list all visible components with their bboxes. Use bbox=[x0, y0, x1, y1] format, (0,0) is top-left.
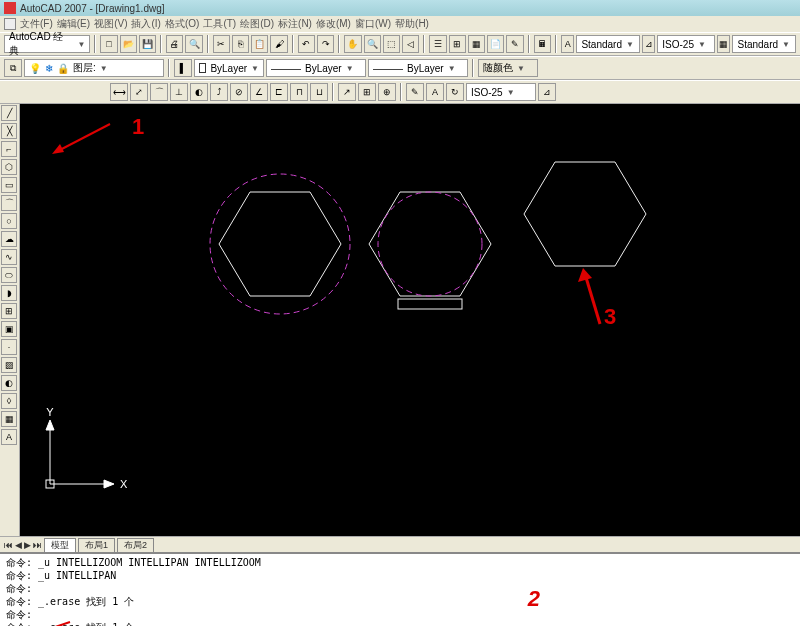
menu-edit[interactable]: 编辑(E) bbox=[57, 17, 90, 31]
calc-button[interactable]: 🖩 bbox=[534, 35, 551, 53]
make-block-tool[interactable]: ▣ bbox=[1, 321, 17, 337]
text-style-icon[interactable]: A bbox=[561, 35, 574, 53]
svg-line-5 bbox=[56, 124, 110, 152]
hatch-tool[interactable]: ▨ bbox=[1, 357, 17, 373]
tab-next[interactable]: ▶ bbox=[24, 540, 31, 550]
markup-button[interactable]: ✎ bbox=[506, 35, 523, 53]
new-button[interactable]: □ bbox=[100, 35, 117, 53]
xline-tool[interactable]: ╳ bbox=[1, 123, 17, 139]
dim-angular-button[interactable]: ∠ bbox=[250, 83, 268, 101]
linetype-combo[interactable]: ———ByLayer▼ bbox=[266, 59, 366, 77]
properties-button[interactable]: ☰ bbox=[429, 35, 446, 53]
rectangle-tool[interactable]: ▭ bbox=[1, 177, 17, 193]
menu-tools[interactable]: 工具(T) bbox=[203, 17, 236, 31]
plot-style-combo[interactable]: 随颜色▼ bbox=[478, 59, 538, 77]
menu-view[interactable]: 视图(V) bbox=[94, 17, 127, 31]
revcloud-tool[interactable]: ☁ bbox=[1, 231, 17, 247]
zoom-button[interactable]: 🔍 bbox=[364, 35, 381, 53]
tab-layout1[interactable]: 布局1 bbox=[78, 538, 115, 552]
polygon-tool[interactable]: ⬡ bbox=[1, 159, 17, 175]
dim-style-combo[interactable]: ISO-25▼ bbox=[657, 35, 715, 53]
color-combo[interactable]: ByLayer▼ bbox=[194, 59, 264, 77]
match-button[interactable]: 🖌 bbox=[270, 35, 287, 53]
dim-style-btn[interactable]: ⊿ bbox=[538, 83, 556, 101]
menu-format[interactable]: 格式(O) bbox=[165, 17, 199, 31]
menu-dim[interactable]: 标注(N) bbox=[278, 17, 312, 31]
ellipse-tool[interactable]: ⬭ bbox=[1, 267, 17, 283]
dim-quick-button[interactable]: ⊏ bbox=[270, 83, 288, 101]
table-style-combo[interactable]: Standard▼ bbox=[732, 35, 795, 53]
menu-insert[interactable]: 插入(I) bbox=[131, 17, 160, 31]
dim-arc-button[interactable]: ⌒ bbox=[150, 83, 168, 101]
open-button[interactable]: 📂 bbox=[120, 35, 137, 53]
workspace-combo[interactable]: AutoCAD 经典▼ bbox=[4, 35, 90, 53]
dim-continue-button[interactable]: ⊔ bbox=[310, 83, 328, 101]
preview-button[interactable]: 🔍 bbox=[185, 35, 202, 53]
tab-layout2[interactable]: 布局2 bbox=[117, 538, 154, 552]
region-tool[interactable]: ◊ bbox=[1, 393, 17, 409]
tab-first[interactable]: ⏮ bbox=[4, 540, 13, 550]
dim-jogged-button[interactable]: ⤴ bbox=[210, 83, 228, 101]
zoom-window-button[interactable]: ⬚ bbox=[383, 35, 400, 53]
layers-toolbar: ⧉ 💡❄🔒 图层: ▼ ▌ ByLayer▼ ———ByLayer▼ ———By… bbox=[0, 56, 800, 80]
dim-radius-button[interactable]: ◐ bbox=[190, 83, 208, 101]
menu-modify[interactable]: 修改(M) bbox=[316, 17, 351, 31]
table-tool[interactable]: ▦ bbox=[1, 411, 17, 427]
undo-button[interactable]: ↶ bbox=[298, 35, 315, 53]
dim-diameter-button[interactable]: ⊘ bbox=[230, 83, 248, 101]
print-button[interactable]: 🖨 bbox=[166, 35, 183, 53]
text-style-combo[interactable]: Standard▼ bbox=[576, 35, 639, 53]
dc-button[interactable]: ⊞ bbox=[449, 35, 466, 53]
tab-model[interactable]: 模型 bbox=[44, 538, 76, 552]
command-window[interactable]: 命令: _u INTELLIZOOM INTELLIPAN INTELLIZOO… bbox=[0, 552, 800, 626]
dim-ordinate-button[interactable]: ⊥ bbox=[170, 83, 188, 101]
layer-combo[interactable]: 💡❄🔒 图层: ▼ bbox=[24, 59, 164, 77]
tool-palette-button[interactable]: ▦ bbox=[468, 35, 485, 53]
cut-button[interactable]: ✂ bbox=[213, 35, 230, 53]
copy-button[interactable]: ⎘ bbox=[232, 35, 249, 53]
menu-window[interactable]: 窗口(W) bbox=[355, 17, 391, 31]
document-icon bbox=[4, 18, 16, 30]
mtext-tool[interactable]: A bbox=[1, 429, 17, 445]
dim-center-button[interactable]: ⊕ bbox=[378, 83, 396, 101]
arc-tool[interactable]: ⌒ bbox=[1, 195, 17, 211]
tab-prev[interactable]: ◀ bbox=[15, 540, 22, 550]
menu-draw[interactable]: 绘图(D) bbox=[240, 17, 274, 31]
sheet-button[interactable]: 📄 bbox=[487, 35, 504, 53]
dim-tolerance-button[interactable]: ⊞ bbox=[358, 83, 376, 101]
line-tool[interactable]: ╱ bbox=[1, 105, 17, 121]
cmd-line: 命令: _u INTELLIZOOM INTELLIPAN INTELLIZOO… bbox=[6, 556, 794, 569]
dim-baseline-button[interactable]: ⊓ bbox=[290, 83, 308, 101]
color-button[interactable]: ▌ bbox=[174, 59, 192, 77]
dim-style-combo2[interactable]: ISO-25▼ bbox=[466, 83, 536, 101]
dim-style-icon[interactable]: ⊿ bbox=[642, 35, 655, 53]
menu-file[interactable]: 文件(F) bbox=[20, 17, 53, 31]
block-tool[interactable]: ⊞ bbox=[1, 303, 17, 319]
paste-button[interactable]: 📋 bbox=[251, 35, 268, 53]
dim-text-button[interactable]: A bbox=[426, 83, 444, 101]
dim-aligned-button[interactable]: ⤢ bbox=[130, 83, 148, 101]
lineweight-combo[interactable]: ———ByLayer▼ bbox=[368, 59, 468, 77]
save-button[interactable]: 💾 bbox=[139, 35, 156, 53]
dim-leader-button[interactable]: ↗ bbox=[338, 83, 356, 101]
tab-last[interactable]: ⏭ bbox=[33, 540, 42, 550]
dim-edit-button[interactable]: ✎ bbox=[406, 83, 424, 101]
layer-props-button[interactable]: ⧉ bbox=[4, 59, 22, 77]
menu-help[interactable]: 帮助(H) bbox=[395, 17, 429, 31]
pan-button[interactable]: ✋ bbox=[344, 35, 361, 53]
redo-button[interactable]: ↷ bbox=[317, 35, 334, 53]
svg-marker-9 bbox=[369, 192, 491, 296]
point-tool[interactable]: · bbox=[1, 339, 17, 355]
gradient-tool[interactable]: ◐ bbox=[1, 375, 17, 391]
table-style-icon[interactable]: ▦ bbox=[717, 35, 730, 53]
ellipse-arc-tool[interactable]: ◗ bbox=[1, 285, 17, 301]
circle-tool[interactable]: ○ bbox=[1, 213, 17, 229]
svg-marker-4 bbox=[104, 480, 114, 488]
pline-tool[interactable]: ⌐ bbox=[1, 141, 17, 157]
drawing-canvas[interactable]: Y X bbox=[20, 104, 800, 536]
svg-rect-11 bbox=[398, 299, 462, 309]
dim-linear-button[interactable]: ⟷ bbox=[110, 83, 128, 101]
spline-tool[interactable]: ∿ bbox=[1, 249, 17, 265]
dim-update-button[interactable]: ↻ bbox=[446, 83, 464, 101]
zoom-prev-button[interactable]: ◁ bbox=[402, 35, 419, 53]
